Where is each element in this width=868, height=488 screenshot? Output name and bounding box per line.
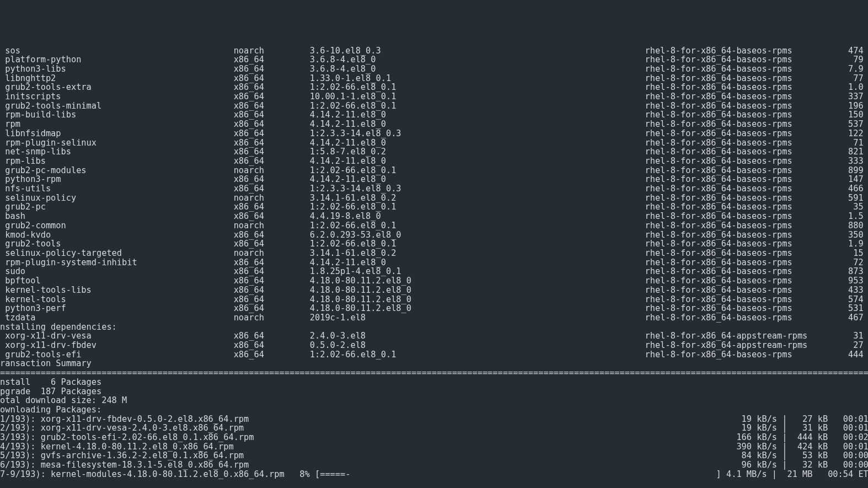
package-row: grub2-tools x86_64 1:2.02-66.el8_0.1 rhe… [0,239,868,249]
package-row: rpm-build-libs x86_64 4.14.2-11.el8_0 rh… [0,110,868,120]
separator: ========================================… [0,368,868,378]
summary-upgrade: pgrade 187 Packages [0,387,868,396]
package-row: libnfsidmap x86_64 1:2.3.3-14.el8_0.3 rh… [0,129,868,138]
package-row: libnghttp2 x86_64 1.33.0-1.el8_0.1 rhel-… [0,74,868,83]
package-row: bash x86_64 4.4.19-8.el8_0 rhel-8-for-x8… [0,212,868,221]
package-row: rpm-libs x86_64 4.14.2-11.el8_0 rhel-8-f… [0,157,868,166]
total-download: otal download size: 248 M [0,396,868,405]
package-row: tzdata noarch 2019c-1.el8 rhel-8-for-x86… [0,313,868,323]
package-row: kernel-tools-libs x86_64 4.18.0-80.11.2.… [0,286,868,295]
download-row: 6/193): mesa-filesystem-18.3.1-5.el8_0.x… [0,460,868,470]
progress-row: 7-9/193): kernel-modules-4.18.0-80.11.2.… [0,470,868,479]
package-row: python3-libs x86_64 3.6.8-4.el8_0 rhel-8… [0,65,868,74]
package-row: net-snmp-libs x86_64 1:5.8-7.el8_0.2 rhe… [0,147,868,157]
package-row: selinux-policy-targeted noarch 3.14.1-61… [0,249,868,258]
package-row: rpm-plugin-systemd-inhibit x86_64 4.14.2… [0,258,868,267]
package-row: rpm-plugin-selinux x86_64 4.14.2-11.el8_… [0,138,868,148]
package-row: grub2-common noarch 1:2.02-66.el8_0.1 rh… [0,221,868,230]
summary-header: ransaction Summary [0,359,868,368]
download-row: 1/193): xorg-x11-drv-fbdev-0.5.0-2.el8.x… [0,415,868,424]
package-row: kmod-kvdo x86_64 6.2.0.293-53.el8_0 rhel… [0,230,868,240]
package-row: grub2-pc-modules noarch 1:2.02-66.el8_0.… [0,166,868,175]
package-row: grub2-pc x86_64 1:2.02-66.el8_0.1 rhel-8… [0,202,868,212]
package-row: kernel-tools x86_64 4.18.0-80.11.2.el8_0… [0,295,868,304]
package-row: nfs-utils x86_64 1:2.3.3-14.el8_0.3 rhel… [0,184,868,194]
section-header: nstalling dependencies: [0,323,868,332]
package-row: xorg-x11-drv-vesa x86_64 2.4.0-3.el8 rhe… [0,331,868,341]
summary-install: nstall 6 Packages [0,378,868,387]
package-row: selinux-policy noarch 3.14.1-61.el8_0.2 … [0,194,868,203]
package-row: python3-perf x86_64 4.18.0-80.11.2.el8_0… [0,304,868,313]
package-row: sos noarch 3.6-10.el8_0.3 rhel-8-for-x86… [0,46,868,56]
download-header: ownloading Packages: [0,405,868,415]
package-row: python3-rpm x86_64 4.14.2-11.el8_0 rhel-… [0,175,868,184]
package-row: grub2-tools-extra x86_64 1:2.02-66.el8_0… [0,83,868,92]
package-row: rpm x86_64 4.14.2-11.el8_0 rhel-8-for-x8… [0,120,868,129]
package-row: initscripts x86_64 10.00.1-1.el8_0.1 rhe… [0,92,868,101]
download-row: 3/193): grub2-tools-efi-2.02-66.el8_0.1.… [0,433,868,442]
download-row: 2/193): xorg-x11-drv-vesa-2.4.0-3.el8.x8… [0,423,868,433]
package-row: grub2-tools-efi x86_64 1:2.02-66.el8_0.1… [0,350,868,360]
package-row: bpftool x86_64 4.18.0-80.11.2.el8_0 rhel… [0,276,868,286]
package-row: grub2-tools-minimal x86_64 1:2.02-66.el8… [0,101,868,111]
terminal-output: sos noarch 3.6-10.el8_0.3 rhel-8-for-x86… [0,46,868,479]
package-row: platform-python x86_64 3.6.8-4.el8_0 rhe… [0,55,868,65]
package-row: sudo x86_64 1.8.25p1-4.el8_0.1 rhel-8-fo… [0,267,868,276]
download-row: 5/193): gvfs-archive-1.36.2-2.el8_0.1.x8… [0,451,868,460]
package-row: xorg-x11-drv-fbdev x86_64 0.5.0-2.el8 rh… [0,341,868,350]
download-row: 4/193): kernel-4.18.0-80.11.2.el8_0.x86_… [0,442,868,452]
